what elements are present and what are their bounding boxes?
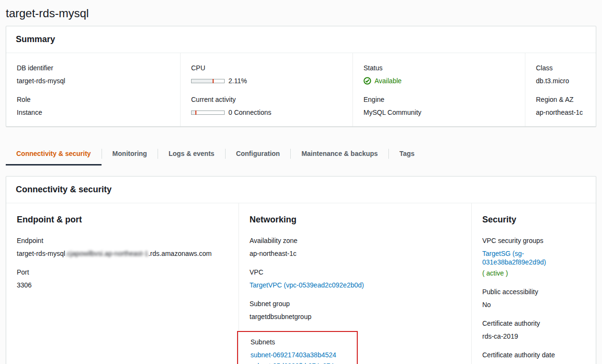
tab-tags[interactable]: Tags (389, 145, 425, 165)
summary-col-class: Class db.t3.micro Region & AZ ap-northea… (525, 53, 596, 126)
security-title: Security (482, 215, 586, 225)
connectivity-security-card: Connectivity & security Endpoint & port … (6, 176, 596, 364)
field-engine: Engine MySQL Community (363, 95, 515, 117)
field-availability-zone: Availability zone ap-northeast-1c (250, 236, 462, 258)
page-title: target-rds-mysql (0, 0, 602, 26)
public-accessibility-value: No (482, 300, 586, 309)
certificate-authority-value: rds-ca-2019 (482, 332, 586, 341)
cpu-label: CPU (191, 64, 343, 72)
current-activity-value-row: 0 Connections (191, 108, 343, 117)
networking-column: Networking Availability zone ap-northeas… (239, 203, 471, 364)
subnets-label: Subnets (250, 338, 349, 346)
field-subnet-group: Subnet group targetdbsubnetgroup (250, 299, 462, 321)
networking-title: Networking (250, 215, 462, 225)
field-certificate-authority-date: Certificate authority date August 23, 20… (482, 351, 586, 364)
role-label: Role (17, 95, 170, 104)
summary-card-title: Summary (6, 26, 596, 53)
db-identifier-value: target-rds-mysql (17, 77, 170, 85)
port-value: 3306 (17, 281, 229, 289)
current-activity-label: Current activity (191, 95, 343, 104)
subnet-link-2[interactable]: subnet-05d6290fbb974c274 (250, 362, 349, 364)
detail-tabs: Connectivity & security Monitoring Logs … (6, 145, 596, 165)
region-az-value: ap-northeast-1c (536, 108, 586, 117)
connections-gauge (191, 110, 225, 115)
field-class: Class db.t3.micro (536, 64, 586, 85)
subnet-group-label: Subnet group (250, 299, 462, 308)
certificate-authority-label: Certificate authority (482, 319, 586, 328)
field-public-accessibility: Public accessibility No (482, 287, 586, 309)
summary-grid: DB identifier target-rds-mysql Role Inst… (6, 53, 596, 126)
vpc-link[interactable]: TargetVPC (vpc-0539ead2c092e2b0d) (250, 281, 364, 289)
status-value-row: Available (363, 77, 515, 85)
tab-maintenance-backups[interactable]: Maintenance & backups (291, 145, 388, 165)
field-role: Role Instance (17, 95, 170, 117)
security-group-active-status: ( active ) (482, 269, 586, 277)
role-value: Instance (17, 108, 170, 117)
summary-col-identity: DB identifier target-rds-mysql Role Inst… (6, 53, 180, 126)
vpc-label: VPC (250, 268, 462, 276)
subnets-annotation-box: Subnets subnet-069217403a38b4524 subnet-… (237, 331, 358, 364)
vpc-security-groups-label: VPC security groups (482, 236, 586, 245)
tab-connectivity-security[interactable]: Connectivity & security (6, 145, 102, 165)
field-cpu: CPU 2.11% (191, 64, 343, 85)
connectivity-grid: Endpoint & port Endpoint target-rds-mysq… (6, 203, 596, 364)
tab-monitoring[interactable]: Monitoring (102, 145, 158, 165)
subnet-group-value: targetdbsubnetgroup (250, 312, 462, 321)
tab-configuration[interactable]: Configuration (226, 145, 291, 165)
class-label: Class (536, 64, 586, 72)
field-vpc: VPC TargetVPC (vpc-0539ead2c092e2b0d) (250, 268, 462, 289)
endpoint-label: Endpoint (17, 236, 229, 245)
class-value: db.t3.micro (536, 77, 586, 85)
status-available-icon (363, 77, 371, 85)
status-value: Available (375, 77, 402, 85)
field-endpoint: Endpoint target-rds-mysql.cjapowilbvsi.a… (17, 236, 229, 258)
connectivity-card-title: Connectivity & security (6, 176, 596, 203)
tab-logs-events[interactable]: Logs & events (158, 145, 225, 165)
public-accessibility-label: Public accessibility (482, 287, 586, 296)
port-label: Port (17, 268, 229, 276)
endpoint-redacted-segment: .cjapowilbvsi.ap-northeast-1 (65, 250, 148, 257)
db-identifier-label: DB identifier (17, 64, 170, 72)
summary-col-metrics: CPU 2.11% Current activity 0 Connections (180, 53, 352, 126)
subnet-link-1[interactable]: subnet-069217403a38b4524 (250, 351, 349, 359)
cpu-gauge (191, 79, 225, 83)
summary-card: Summary DB identifier target-rds-mysql R… (6, 26, 596, 127)
vpc-security-group-link[interactable]: TargetSG (sg-031e38ba2f89e2d9d) (482, 250, 546, 266)
region-az-label: Region & AZ (536, 95, 586, 104)
field-db-identifier: DB identifier target-rds-mysql (17, 64, 170, 85)
field-certificate-authority: Certificate authority rds-ca-2019 (482, 319, 586, 341)
cpu-value-row: 2.11% (191, 77, 343, 85)
endpoint-value: target-rds-mysql.cjapowilbvsi.ap-northea… (17, 249, 229, 258)
engine-label: Engine (363, 95, 515, 104)
status-label: Status (363, 64, 515, 72)
field-region-az: Region & AZ ap-northeast-1c (536, 95, 586, 117)
endpoint-port-title: Endpoint & port (17, 215, 229, 225)
certificate-authority-date-label: Certificate authority date (482, 351, 586, 359)
availability-zone-value: ap-northeast-1c (250, 249, 462, 258)
current-activity-value: 0 Connections (228, 108, 272, 117)
endpoint-prefix: target-rds-mysql (17, 250, 65, 257)
field-current-activity: Current activity 0 Connections (191, 95, 343, 117)
cpu-value: 2.11% (228, 77, 247, 85)
endpoint-suffix: .rds.amazonaws.com (148, 250, 212, 257)
field-vpc-security-groups: VPC security groups TargetSG (sg-031e38b… (482, 236, 586, 277)
engine-value: MySQL Community (363, 108, 515, 117)
summary-col-status: Status Available Engine MySQL Community (352, 53, 525, 126)
field-port: Port 3306 (17, 268, 229, 289)
security-column: Security VPC security groups TargetSG (s… (471, 203, 596, 364)
field-status: Status Available (363, 64, 515, 85)
endpoint-port-column: Endpoint & port Endpoint target-rds-mysq… (6, 203, 239, 364)
availability-zone-label: Availability zone (250, 236, 462, 245)
